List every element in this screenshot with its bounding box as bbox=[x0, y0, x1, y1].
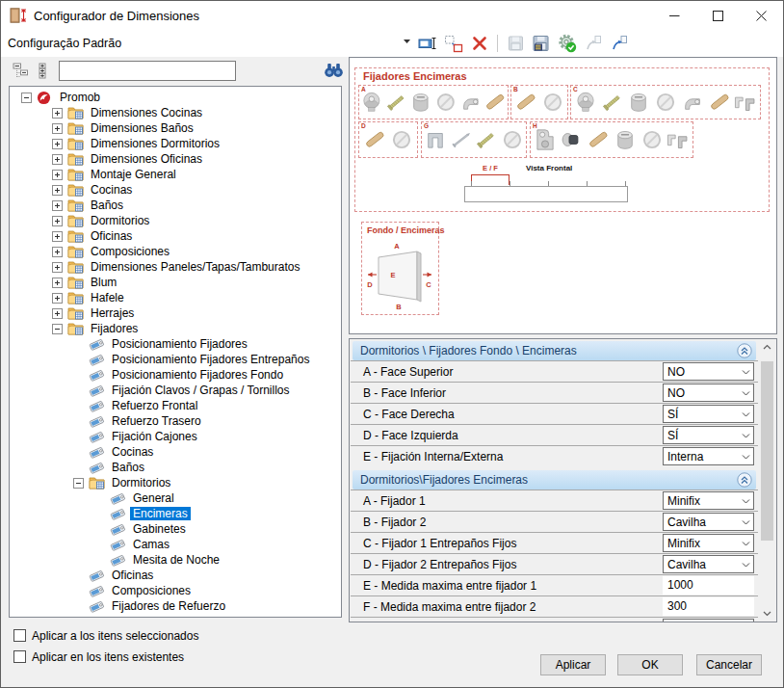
collapse-expander-icon[interactable] bbox=[52, 324, 63, 334]
expand-expander-icon[interactable] bbox=[52, 293, 63, 304]
tree-item-dimensiones-oficinas[interactable]: Dimensiones Oficinas bbox=[10, 151, 341, 167]
collapse-group-icon[interactable] bbox=[737, 343, 752, 358]
tree-item-dimensiones-cocinas[interactable]: Dimensiones Cocinas bbox=[10, 105, 341, 120]
save-config-icon[interactable] bbox=[531, 34, 552, 53]
tree-item-fijadores[interactable]: Fijadores bbox=[10, 321, 341, 336]
title-bar[interactable]: Configurador de Dimensiones bbox=[1, 1, 783, 30]
expand-expander-icon[interactable] bbox=[52, 170, 63, 180]
property-value-input[interactable]: 1000 bbox=[663, 576, 754, 595]
scrollbar-thumb[interactable] bbox=[761, 361, 773, 541]
scroll-up-icon[interactable] bbox=[763, 344, 771, 350]
folder-icon bbox=[67, 182, 84, 198]
apply-gear-icon[interactable] bbox=[557, 34, 578, 53]
property-value-dropdown[interactable]: Interna bbox=[663, 447, 754, 465]
config-combobox[interactable]: Configuração Padrão bbox=[8, 37, 121, 50]
tree-item-gabinetes[interactable]: Gabinetes bbox=[10, 521, 341, 537]
tree-item-fijaci-n-clavos-grapas-tornillos[interactable]: Fijación Clavos / Grapas / Tornillos bbox=[10, 383, 341, 398]
cancel-button[interactable]: Cancelar bbox=[696, 654, 762, 675]
expand-all-icon[interactable] bbox=[36, 63, 52, 79]
tree-item-mesita-de-noche[interactable]: Mesita de Noche bbox=[10, 552, 341, 568]
tree-item-oficinas[interactable]: Oficinas bbox=[10, 228, 341, 244]
property-value-dropdown[interactable]: SÍ bbox=[663, 405, 754, 423]
expand-expander-icon[interactable] bbox=[52, 231, 63, 242]
property-value-dropdown[interactable]: SÍ bbox=[663, 426, 754, 444]
folder-icon bbox=[67, 167, 84, 182]
tree-item-composiciones[interactable]: Composiciones bbox=[10, 583, 341, 598]
tag-icon bbox=[89, 568, 105, 583]
tree-item-encimeras[interactable]: Encimeras bbox=[10, 506, 341, 521]
tree-item-dimensiones-paneles-tapas-tamburatos[interactable]: Dimensiones Paneles/Tapas/Tamburatos bbox=[10, 259, 341, 275]
expand-expander-icon[interactable] bbox=[52, 247, 63, 257]
vista-frontal-label: Vista Frontal bbox=[526, 164, 572, 172]
tree-item-posicionamiento-fijadores[interactable]: Posicionamiento Fijadores bbox=[10, 336, 341, 352]
collapse-all-icon[interactable] bbox=[13, 63, 29, 79]
chevron-down-icon bbox=[742, 434, 750, 438]
tree-item-montaje-general[interactable]: Montaje General bbox=[10, 167, 341, 182]
tree-item-promob[interactable]: Promob bbox=[10, 90, 341, 105]
property-value-dropdown[interactable]: Grampo bbox=[663, 619, 754, 622]
minimize-button[interactable] bbox=[653, 1, 696, 30]
tree-item-ba-os[interactable]: Baños bbox=[10, 460, 341, 475]
property-value-dropdown[interactable]: Cavilha bbox=[663, 555, 754, 573]
property-value-input[interactable]: 300 bbox=[663, 597, 754, 616]
tree-search-input[interactable] bbox=[59, 61, 236, 81]
find-binoculars-icon[interactable] bbox=[324, 62, 344, 78]
tree-item-composiciones[interactable]: Composiciones bbox=[10, 244, 341, 259]
property-scrollbar[interactable] bbox=[759, 340, 775, 621]
tree-item-posicionamiento-fijadores-fondo[interactable]: Posicionamiento Fijadores Fondo bbox=[10, 367, 341, 383]
ef-dimension-bracket bbox=[471, 174, 510, 185]
export-arrow-icon[interactable] bbox=[609, 34, 630, 53]
tree-item-refuerzo-frontal[interactable]: Refuerzo Frontal bbox=[10, 398, 341, 413]
tree-item-camas[interactable]: Camas bbox=[10, 537, 341, 552]
collapse-expander-icon[interactable] bbox=[21, 93, 32, 103]
tree-item-dimensiones-dormitorios[interactable]: Dimensiones Dormitorios bbox=[10, 136, 341, 151]
expand-expander-icon[interactable] bbox=[52, 185, 63, 196]
tree-item-dormitorios[interactable]: Dormitorios bbox=[10, 213, 341, 228]
tree-item-herrajes[interactable]: Herrajes bbox=[10, 305, 341, 321]
collapse-expander-icon[interactable] bbox=[73, 478, 84, 489]
tree-item-posicionamiento-fijadores-entrepa-os[interactable]: Posicionamiento Fijadores Entrepaños bbox=[10, 352, 341, 367]
rename-config-icon[interactable] bbox=[417, 34, 438, 53]
collapse-group-icon[interactable] bbox=[737, 472, 752, 488]
expand-expander-icon[interactable] bbox=[52, 278, 63, 288]
delete-config-icon[interactable] bbox=[469, 34, 490, 53]
property-value-dropdown[interactable]: Cavilha bbox=[663, 513, 754, 531]
expand-expander-icon[interactable] bbox=[52, 262, 63, 273]
tree-item-hafele[interactable]: Hafele bbox=[10, 290, 341, 305]
expand-expander-icon[interactable] bbox=[52, 108, 63, 119]
expand-expander-icon[interactable] bbox=[52, 308, 63, 319]
tree-item-blum[interactable]: Blum bbox=[10, 275, 341, 290]
ok-button[interactable]: OK bbox=[617, 654, 683, 675]
expand-expander-icon[interactable] bbox=[52, 139, 63, 149]
property-value-dropdown[interactable]: NO bbox=[663, 362, 754, 381]
close-button[interactable] bbox=[740, 1, 783, 30]
copy-config-icon[interactable] bbox=[443, 34, 464, 53]
tree-item-refuerzo-trasero[interactable]: Refuerzo Trasero bbox=[10, 413, 341, 429]
property-value-dropdown[interactable]: NO bbox=[663, 384, 754, 402]
tree-item-cocinas[interactable]: Cocinas bbox=[10, 182, 341, 198]
tree-item-cocinas[interactable]: Cocinas bbox=[10, 444, 341, 460]
expand-expander-icon[interactable] bbox=[52, 200, 63, 211]
tree-item-ba-os[interactable]: Baños bbox=[10, 198, 341, 213]
expand-expander-icon[interactable] bbox=[52, 123, 63, 134]
property-value-dropdown[interactable]: Minifix bbox=[663, 491, 754, 510]
apply-selected-checkbox[interactable] bbox=[13, 629, 26, 642]
property-value-dropdown[interactable]: Minifix bbox=[663, 534, 754, 552]
fondo-encimeras-box: Fondo / Encimeras A B C D E bbox=[361, 222, 439, 315]
tree-item-dormitorios[interactable]: Dormitorios bbox=[10, 475, 341, 490]
tag-icon bbox=[89, 460, 105, 475]
expand-expander-icon[interactable] bbox=[52, 154, 63, 165]
tree-item-general[interactable]: General bbox=[10, 490, 341, 506]
expand-expander-icon[interactable] bbox=[52, 216, 63, 226]
tree-item-dimensiones-ba-os[interactable]: Dimensiones Baños bbox=[10, 120, 341, 136]
tree-item-fijadores-de-refuerzo[interactable]: Fijadores de Refuerzo bbox=[10, 598, 341, 614]
maximize-button[interactable] bbox=[696, 1, 740, 30]
config-combobox-arrow-icon[interactable] bbox=[403, 39, 411, 44]
apply-button[interactable]: Aplicar bbox=[540, 654, 606, 675]
apply-existing-checkbox[interactable] bbox=[13, 650, 26, 663]
dropdown-selected-value: Minifix bbox=[667, 537, 700, 550]
tree-item-oficinas[interactable]: Oficinas bbox=[10, 568, 341, 583]
scroll-down-icon[interactable] bbox=[763, 611, 771, 617]
chevron-down-icon bbox=[742, 542, 750, 546]
tree-item-fijaci-n-cajones[interactable]: Fijación Cajones bbox=[10, 429, 341, 444]
